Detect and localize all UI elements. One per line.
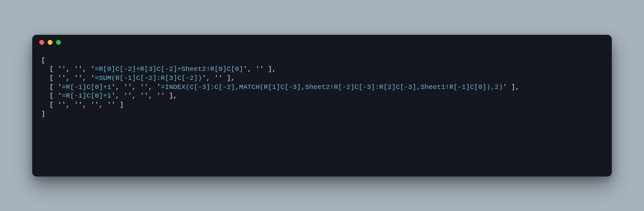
code-line: [ '=R[-1]C[0]+1', '', '', '' ], — [41, 91, 603, 101]
code-line: [ '=R[-1]C[0]+1', '', '', '=INDEX(C[-3]:… — [41, 83, 603, 92]
code-line: [ '', '', '', '' ] — [41, 101, 603, 110]
maximize-icon[interactable] — [56, 40, 61, 45]
code-line: [ — [41, 56, 603, 65]
minimize-icon[interactable] — [48, 40, 52, 45]
code-line: [ '', '', '=R[0]C[-2]+R[3]C[-2]+Sheet2!R… — [41, 65, 603, 74]
code-window: [ [ '', '', '=R[0]C[-2]+R[3]C[-2]+Sheet2… — [32, 35, 612, 177]
close-icon[interactable] — [39, 40, 44, 45]
window-titlebar — [32, 35, 612, 50]
code-block: [ [ '', '', '=R[0]C[-2]+R[3]C[-2]+Sheet2… — [32, 50, 612, 128]
code-line: [ '', '', '=SUM(R[-1]C[-2]:R[3]C[-2])', … — [41, 74, 603, 83]
code-line: ] — [41, 110, 603, 119]
